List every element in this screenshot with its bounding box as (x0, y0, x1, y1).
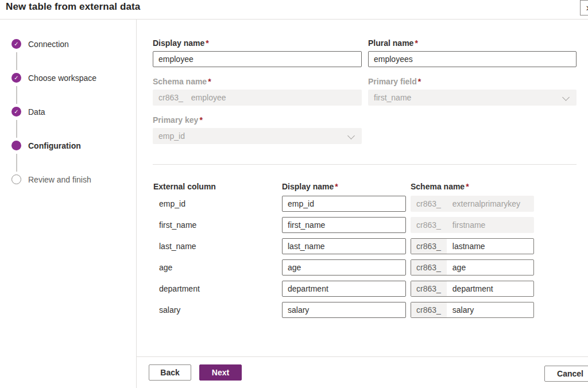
schema-value: employee (191, 93, 226, 102)
step-current-icon (11, 141, 21, 150)
wizard-stepper: ✓Connection✓Choose workspace✓DataConfigu… (0, 20, 136, 184)
footer-bar: Back Next Cancel (137, 356, 588, 388)
external-column-name: age (153, 263, 277, 272)
step-completed-icon: ✓ (11, 107, 21, 117)
column-schema-name-field: cr863_ (411, 196, 534, 212)
external-column-name: emp_id (153, 199, 277, 208)
primary-key-label: Primary key* (153, 115, 362, 125)
column-display-name-input[interactable] (282, 196, 406, 212)
external-column-name: department (153, 284, 277, 293)
table-row: last_namecr863_ (153, 238, 577, 254)
column-schema-name-field: cr863_ (411, 281, 534, 297)
display-name-label: Display name* (153, 38, 362, 48)
step-connector-line (16, 86, 17, 104)
required-asterisk: * (199, 115, 202, 125)
stepper-item-connection: ✓Connection (11, 39, 136, 70)
table-row: salarycr863_ (153, 302, 577, 318)
required-asterisk: * (206, 38, 208, 48)
required-asterisk: * (415, 38, 417, 48)
column-schema-name-input[interactable] (447, 239, 533, 254)
table-row: emp_idcr863_ (153, 196, 577, 212)
plural-name-label: Plural name* (368, 38, 577, 48)
configuration-panel: Display name* Plural name* Schema name* … (137, 20, 588, 388)
schema-prefix-chip: cr863_ (411, 302, 447, 317)
back-button[interactable]: Back (149, 364, 191, 381)
table-row: agecr863_ (153, 259, 577, 276)
schema-name-label: Schema name* (153, 76, 362, 87)
schema-name-field: Schema name* cr863_ employee (153, 76, 362, 106)
column-schema-name-field: cr863_ (411, 302, 534, 318)
schema-prefix-chip: cr863_ (411, 260, 447, 275)
columns-table-rows: emp_idcr863_first_namecr863_last_namecr8… (153, 196, 577, 318)
primary-key-dropdown: emp_id (153, 128, 362, 144)
required-asterisk: * (208, 77, 211, 86)
schema-prefix: cr863_ (158, 93, 183, 102)
column-schema-name-input (447, 218, 533, 232)
column-display-name-input[interactable] (282, 238, 406, 254)
column-schema-name-input (447, 196, 533, 211)
column-schema-name-field: cr863_ (411, 217, 534, 233)
external-column-name: last_name (153, 242, 277, 251)
column-display-name-input[interactable] (282, 281, 406, 297)
external-column-name: salary (153, 305, 277, 315)
schema-name-header: Schema name* (411, 182, 534, 191)
plural-name-field: Plural name* (368, 38, 577, 67)
plural-name-input[interactable] (368, 51, 577, 67)
check-icon: ✓ (14, 75, 18, 80)
column-display-name-input[interactable] (282, 302, 406, 318)
column-display-name-input[interactable] (282, 259, 406, 276)
display-name-header: Display name* (282, 182, 406, 191)
schema-prefix-chip: cr863_ (411, 239, 447, 254)
primary-key-value: emp_id (158, 131, 185, 141)
new-table-dialog: { "dialog": { "title": "New table from e… (0, 0, 588, 388)
stepper-item-configuration: Configuration (11, 141, 136, 172)
column-schema-name-input[interactable] (447, 281, 533, 296)
step-connector-line (16, 52, 17, 70)
chevron-down-icon (562, 94, 570, 101)
primary-field-label: Primary field* (368, 76, 577, 87)
primary-field-value: first_name (374, 93, 411, 102)
columns-table-header: External column Display name* Schema nam… (153, 182, 577, 191)
required-asterisk: * (335, 182, 338, 191)
table-row: departmentcr863_ (153, 281, 577, 297)
check-icon: ✓ (14, 41, 18, 46)
table-row: first_namecr863_ (153, 217, 577, 233)
dialog-title: New table from external data (6, 1, 140, 13)
chevron-right-icon: › (586, 2, 588, 13)
primary-field-field: Primary field* first_name (368, 76, 577, 106)
column-schema-name-field: cr863_ (411, 238, 534, 254)
display-name-input[interactable] (153, 51, 362, 67)
external-column-name: first_name (153, 220, 277, 230)
required-asterisk: * (418, 77, 421, 86)
step-label: Data (28, 107, 45, 117)
column-display-name-input[interactable] (282, 217, 406, 233)
column-schema-name-field: cr863_ (411, 259, 534, 276)
step-label: Review and finish (28, 175, 91, 184)
column-schema-name-input[interactable] (447, 260, 533, 275)
check-icon: ✓ (14, 108, 18, 114)
external-column-header: External column (153, 182, 277, 191)
chevron-down-icon (347, 132, 355, 139)
cancel-button[interactable]: Cancel (544, 366, 588, 382)
columns-mapping-table: External column Display name* Schema nam… (137, 165, 588, 318)
step-connector-line (16, 120, 17, 138)
step-label: Choose workspace (28, 73, 96, 83)
stepper-item-review-and-finish: Review and finish (11, 174, 136, 184)
next-button[interactable]: Next (199, 364, 242, 381)
schema-prefix-chip: cr863_ (411, 281, 447, 296)
stepper-item-data: ✓Data (11, 107, 136, 138)
step-completed-icon: ✓ (11, 73, 21, 83)
step-connector-line (16, 154, 17, 172)
column-schema-name-input[interactable] (447, 302, 533, 317)
display-name-field: Display name* (153, 38, 362, 67)
primary-key-field: Primary key* emp_id (153, 115, 362, 144)
step-completed-icon: ✓ (11, 39, 21, 49)
step-label: Configuration (28, 141, 81, 150)
stepper-item-choose-workspace: ✓Choose workspace (11, 73, 136, 104)
schema-name-readonly: cr863_ employee (153, 90, 362, 106)
primary-field-dropdown: first_name (368, 90, 577, 106)
wizard-sidebar: ✓Connection✓Choose workspace✓DataConfigu… (0, 20, 137, 388)
expand-button[interactable]: › (580, 0, 588, 15)
table-properties-form: Display name* Plural name* Schema name* … (137, 20, 588, 153)
schema-prefix-chip: cr863_ (411, 196, 447, 211)
